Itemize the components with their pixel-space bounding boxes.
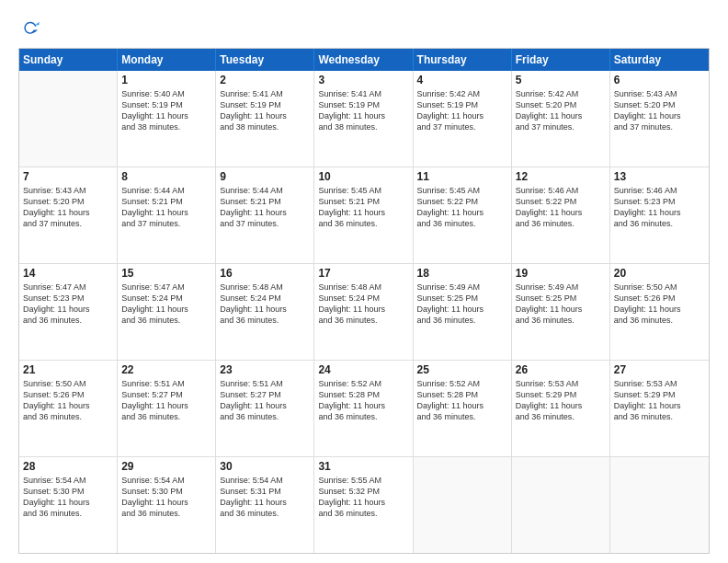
day-cell-26: 26Sunrise: 5:53 AMSunset: 5:29 PMDayligh… <box>512 361 610 456</box>
weekday-header-sunday: Sunday <box>19 49 118 71</box>
calendar-row-0: 1Sunrise: 5:40 AMSunset: 5:19 PMDaylight… <box>19 71 709 167</box>
calendar-row-3: 21Sunrise: 5:50 AMSunset: 5:26 PMDayligh… <box>19 361 709 457</box>
day-info: Sunrise: 5:55 AMSunset: 5:32 PMDaylight:… <box>318 475 408 520</box>
weekday-header-friday: Friday <box>512 49 610 71</box>
day-cell-19: 19Sunrise: 5:49 AMSunset: 5:25 PMDayligh… <box>512 264 610 360</box>
day-number: 29 <box>121 460 211 473</box>
day-cell-6: 6Sunrise: 5:43 AMSunset: 5:20 PMDaylight… <box>610 71 709 167</box>
day-cell-15: 15Sunrise: 5:47 AMSunset: 5:24 PMDayligh… <box>118 264 216 360</box>
day-info: Sunrise: 5:41 AMSunset: 5:19 PMDaylight:… <box>318 88 408 133</box>
day-cell-7: 7Sunrise: 5:43 AMSunset: 5:20 PMDaylight… <box>19 167 118 263</box>
day-cell-16: 16Sunrise: 5:48 AMSunset: 5:24 PMDayligh… <box>216 264 314 360</box>
day-info: Sunrise: 5:54 AMSunset: 5:30 PMDaylight:… <box>121 475 211 520</box>
day-cell-3: 3Sunrise: 5:41 AMSunset: 5:19 PMDaylight… <box>314 71 413 167</box>
day-number: 9 <box>220 170 310 183</box>
day-info: Sunrise: 5:42 AMSunset: 5:20 PMDaylight:… <box>516 88 606 133</box>
day-cell-27: 27Sunrise: 5:53 AMSunset: 5:29 PMDayligh… <box>610 361 709 456</box>
day-info: Sunrise: 5:48 AMSunset: 5:24 PMDaylight:… <box>318 282 408 327</box>
day-info: Sunrise: 5:43 AMSunset: 5:20 PMDaylight:… <box>614 88 705 133</box>
weekday-header-thursday: Thursday <box>414 49 512 71</box>
day-number: 30 <box>220 460 310 473</box>
weekday-header-wednesday: Wednesday <box>314 49 413 71</box>
day-info: Sunrise: 5:49 AMSunset: 5:25 PMDaylight:… <box>417 282 507 327</box>
day-cell-10: 10Sunrise: 5:45 AMSunset: 5:21 PMDayligh… <box>314 167 413 263</box>
day-number: 23 <box>220 363 310 376</box>
day-number: 4 <box>417 74 507 86</box>
day-number: 14 <box>23 267 113 280</box>
day-info: Sunrise: 5:45 AMSunset: 5:21 PMDaylight:… <box>318 185 408 230</box>
day-number: 31 <box>318 460 408 473</box>
day-number: 19 <box>516 267 606 280</box>
day-number: 2 <box>220 74 310 86</box>
day-cell-17: 17Sunrise: 5:48 AMSunset: 5:24 PMDayligh… <box>314 264 413 360</box>
day-info: Sunrise: 5:50 AMSunset: 5:26 PMDaylight:… <box>614 282 705 327</box>
day-info: Sunrise: 5:44 AMSunset: 5:21 PMDaylight:… <box>121 185 211 230</box>
day-cell-1: 1Sunrise: 5:40 AMSunset: 5:19 PMDaylight… <box>118 71 216 167</box>
day-info: Sunrise: 5:41 AMSunset: 5:19 PMDaylight:… <box>220 88 310 133</box>
empty-cell-4-6 <box>610 457 709 553</box>
calendar-row-2: 14Sunrise: 5:47 AMSunset: 5:23 PMDayligh… <box>19 264 709 361</box>
day-cell-11: 11Sunrise: 5:45 AMSunset: 5:22 PMDayligh… <box>414 167 512 263</box>
day-number: 7 <box>23 170 113 183</box>
day-cell-12: 12Sunrise: 5:46 AMSunset: 5:22 PMDayligh… <box>512 167 610 263</box>
day-cell-2: 2Sunrise: 5:41 AMSunset: 5:19 PMDaylight… <box>216 71 314 167</box>
calendar: SundayMondayTuesdayWednesdayThursdayFrid… <box>18 48 710 554</box>
day-info: Sunrise: 5:53 AMSunset: 5:29 PMDaylight:… <box>614 378 705 423</box>
header <box>18 15 710 42</box>
weekday-header-saturday: Saturday <box>610 49 709 71</box>
day-info: Sunrise: 5:47 AMSunset: 5:23 PMDaylight:… <box>23 282 113 327</box>
day-cell-18: 18Sunrise: 5:49 AMSunset: 5:25 PMDayligh… <box>414 264 512 360</box>
empty-cell-4-5 <box>512 457 610 553</box>
weekday-header-tuesday: Tuesday <box>216 49 314 71</box>
weekday-header-monday: Monday <box>118 49 216 71</box>
day-cell-23: 23Sunrise: 5:51 AMSunset: 5:27 PMDayligh… <box>216 361 314 456</box>
day-cell-22: 22Sunrise: 5:51 AMSunset: 5:27 PMDayligh… <box>118 361 216 456</box>
calendar-header: SundayMondayTuesdayWednesdayThursdayFrid… <box>19 49 709 71</box>
day-number: 26 <box>516 363 606 376</box>
day-info: Sunrise: 5:43 AMSunset: 5:20 PMDaylight:… <box>23 185 113 230</box>
day-info: Sunrise: 5:52 AMSunset: 5:28 PMDaylight:… <box>318 378 408 423</box>
day-number: 20 <box>614 267 705 280</box>
day-number: 27 <box>614 363 705 376</box>
day-number: 10 <box>318 170 408 183</box>
empty-cell-4-4 <box>414 457 512 553</box>
calendar-body: 1Sunrise: 5:40 AMSunset: 5:19 PMDaylight… <box>19 71 709 553</box>
day-info: Sunrise: 5:40 AMSunset: 5:19 PMDaylight:… <box>121 88 211 133</box>
day-cell-13: 13Sunrise: 5:46 AMSunset: 5:23 PMDayligh… <box>610 167 709 263</box>
day-info: Sunrise: 5:46 AMSunset: 5:22 PMDaylight:… <box>516 185 606 230</box>
logo <box>18 18 40 42</box>
day-info: Sunrise: 5:53 AMSunset: 5:29 PMDaylight:… <box>516 378 606 423</box>
day-number: 1 <box>121 74 211 86</box>
page: SundayMondayTuesdayWednesdayThursdayFrid… <box>0 0 728 563</box>
day-number: 17 <box>318 267 408 280</box>
day-number: 21 <box>23 363 113 376</box>
day-cell-28: 28Sunrise: 5:54 AMSunset: 5:30 PMDayligh… <box>19 457 118 553</box>
day-info: Sunrise: 5:45 AMSunset: 5:22 PMDaylight:… <box>417 185 507 230</box>
calendar-row-4: 28Sunrise: 5:54 AMSunset: 5:30 PMDayligh… <box>19 457 709 553</box>
day-number: 12 <box>516 170 606 183</box>
day-number: 5 <box>516 74 606 86</box>
day-cell-14: 14Sunrise: 5:47 AMSunset: 5:23 PMDayligh… <box>19 264 118 360</box>
day-number: 6 <box>614 74 705 86</box>
day-cell-30: 30Sunrise: 5:54 AMSunset: 5:31 PMDayligh… <box>216 457 314 553</box>
day-info: Sunrise: 5:49 AMSunset: 5:25 PMDaylight:… <box>516 282 606 327</box>
day-info: Sunrise: 5:47 AMSunset: 5:24 PMDaylight:… <box>121 282 211 327</box>
logo-icon <box>20 18 40 39</box>
day-info: Sunrise: 5:51 AMSunset: 5:27 PMDaylight:… <box>220 378 310 423</box>
day-info: Sunrise: 5:42 AMSunset: 5:19 PMDaylight:… <box>417 88 507 133</box>
day-number: 16 <box>220 267 310 280</box>
day-number: 3 <box>318 74 408 86</box>
day-number: 15 <box>121 267 211 280</box>
day-cell-4: 4Sunrise: 5:42 AMSunset: 5:19 PMDaylight… <box>414 71 512 167</box>
day-cell-8: 8Sunrise: 5:44 AMSunset: 5:21 PMDaylight… <box>118 167 216 263</box>
day-cell-25: 25Sunrise: 5:52 AMSunset: 5:28 PMDayligh… <box>414 361 512 456</box>
day-info: Sunrise: 5:50 AMSunset: 5:26 PMDaylight:… <box>23 378 113 423</box>
day-number: 28 <box>23 460 113 473</box>
day-cell-20: 20Sunrise: 5:50 AMSunset: 5:26 PMDayligh… <box>610 264 709 360</box>
day-info: Sunrise: 5:54 AMSunset: 5:31 PMDaylight:… <box>220 475 310 520</box>
day-number: 13 <box>614 170 705 183</box>
day-number: 18 <box>417 267 507 280</box>
day-info: Sunrise: 5:44 AMSunset: 5:21 PMDaylight:… <box>220 185 310 230</box>
day-number: 22 <box>121 363 211 376</box>
day-number: 24 <box>318 363 408 376</box>
